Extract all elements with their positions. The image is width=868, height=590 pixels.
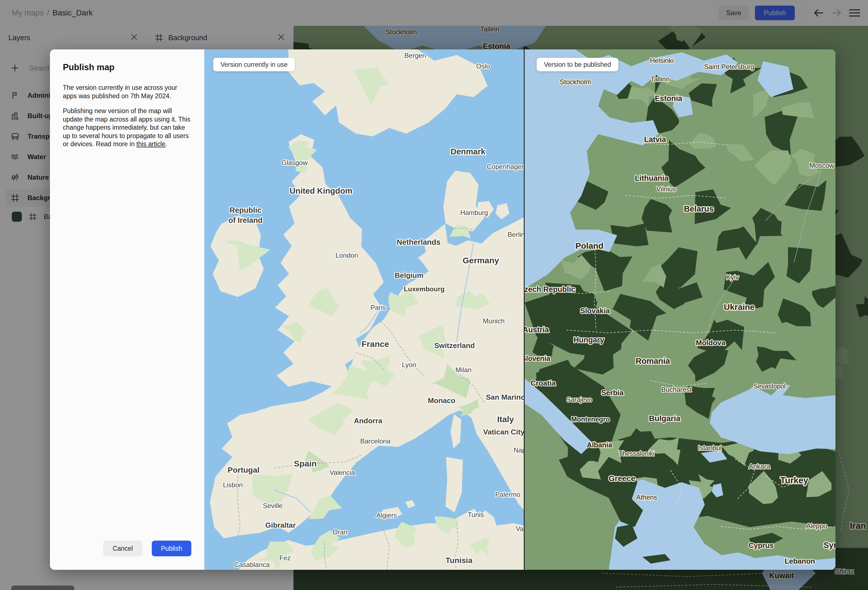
- svg-text:Moscow: Moscow: [809, 162, 834, 169]
- svg-text:Tallinn: Tallinn: [651, 75, 670, 83]
- svg-text:Oran: Oran: [332, 528, 347, 536]
- svg-text:Lyon: Lyon: [402, 361, 416, 368]
- svg-text:Tunis: Tunis: [468, 511, 484, 518]
- svg-text:Ukraine: Ukraine: [724, 302, 755, 312]
- svg-text:Hamburg: Hamburg: [461, 209, 488, 216]
- svg-text:Oslo: Oslo: [476, 62, 490, 70]
- svg-text:Bucharest: Bucharest: [661, 386, 692, 393]
- svg-text:Lisbon: Lisbon: [223, 481, 243, 489]
- dialog-title: Publish map: [63, 62, 191, 72]
- svg-text:Aleppo: Aleppo: [806, 522, 827, 529]
- this-article-link[interactable]: this article: [136, 140, 165, 148]
- dialog-paragraph-1: The version currently in use across your…: [63, 84, 192, 100]
- svg-text:Albania: Albania: [587, 441, 613, 449]
- svg-text:Austria: Austria: [525, 325, 549, 334]
- svg-text:Vilnius: Vilnius: [657, 185, 676, 193]
- svg-text:Poland: Poland: [576, 241, 604, 250]
- svg-text:Denmark: Denmark: [450, 147, 486, 156]
- svg-text:Latvia: Latvia: [644, 135, 666, 144]
- svg-text:San Marino: San Marino: [486, 393, 524, 401]
- publish-dialog-content: Publish map The version currently in use…: [50, 49, 204, 570]
- svg-text:Switzerland: Switzerland: [434, 341, 475, 350]
- svg-text:Valencia: Valencia: [330, 469, 355, 476]
- svg-text:Sevastopol: Sevastopol: [754, 383, 785, 390]
- svg-text:Istanbul: Istanbul: [698, 444, 722, 452]
- svg-text:Luxembourg: Luxembourg: [404, 285, 444, 293]
- svg-text:Thessaloniki: Thessaloniki: [619, 450, 654, 457]
- svg-text:Portugal: Portugal: [227, 466, 260, 475]
- svg-text:Bergen: Bergen: [404, 52, 426, 59]
- svg-text:Montenegro: Montenegro: [571, 416, 610, 423]
- svg-text:Germany: Germany: [463, 256, 499, 265]
- svg-text:Bulgaria: Bulgaria: [649, 414, 680, 423]
- svg-text:Palermo: Palermo: [495, 491, 520, 498]
- svg-text:Estonia: Estonia: [655, 94, 683, 103]
- svg-text:Berlin: Berlin: [508, 231, 524, 238]
- cancel-button[interactable]: Cancel: [103, 541, 142, 556]
- svg-text:Republic: Republic: [229, 206, 261, 214]
- svg-text:Turkey: Turkey: [780, 476, 808, 485]
- svg-text:Greece: Greece: [609, 474, 635, 483]
- svg-text:Czech Republic: Czech Republic: [525, 285, 576, 294]
- svg-text:Croatia: Croatia: [530, 379, 556, 387]
- svg-text:Slovakia: Slovakia: [580, 306, 610, 315]
- svg-text:Belarus: Belarus: [684, 204, 714, 213]
- svg-text:Valletta: Valletta: [516, 525, 524, 532]
- dialog-paragraph-2: Publishing new version of the map will u…: [63, 107, 192, 148]
- svg-text:Stockholm: Stockholm: [560, 78, 591, 86]
- svg-text:Glasgow: Glasgow: [281, 159, 308, 166]
- svg-text:Seville: Seville: [263, 502, 283, 509]
- svg-text:Serbia: Serbia: [601, 389, 624, 397]
- svg-text:Monaco: Monaco: [428, 396, 455, 405]
- svg-text:Fez: Fez: [279, 554, 291, 562]
- svg-text:United Kingdom: United Kingdom: [289, 186, 352, 195]
- svg-text:Belgium: Belgium: [395, 271, 424, 279]
- svg-text:Lithuania: Lithuania: [635, 174, 669, 182]
- svg-text:Milan: Milan: [455, 366, 471, 374]
- svg-text:France: France: [362, 339, 389, 349]
- svg-text:Netherlands: Netherlands: [397, 238, 440, 247]
- svg-text:Algiers: Algiers: [376, 512, 397, 519]
- svg-text:Athens: Athens: [636, 494, 657, 501]
- publish-confirm-button[interactable]: Publish: [152, 541, 191, 556]
- svg-text:Cyprus: Cyprus: [748, 541, 774, 550]
- svg-text:Munich: Munich: [483, 317, 505, 325]
- svg-text:Barcelona: Barcelona: [360, 437, 391, 445]
- svg-text:Syria: Syria: [824, 541, 836, 550]
- svg-text:Hungary: Hungary: [573, 336, 604, 344]
- svg-text:Lebanon: Lebanon: [785, 557, 815, 565]
- svg-text:Ankara: Ankara: [749, 463, 771, 470]
- svg-text:Spain: Spain: [294, 459, 317, 468]
- new-version-badge: Version to be published: [537, 58, 618, 71]
- svg-text:London: London: [335, 251, 358, 259]
- app-window: My maps / Basic_Dark Save Publish Layers: [0, 0, 868, 590]
- svg-text:Naples: Naples: [514, 446, 524, 454]
- svg-text:Vatican City: Vatican City: [483, 428, 524, 436]
- svg-text:Sarajevo: Sarajevo: [567, 396, 592, 403]
- map-preview-current: BergenOsloGlasgowUnited KingdomRepublico…: [204, 49, 524, 570]
- svg-text:Helsinki: Helsinki: [650, 57, 673, 64]
- svg-text:Saint Petersburg: Saint Petersburg: [704, 63, 754, 71]
- dialog-actions: Cancel Publish: [103, 541, 191, 556]
- current-version-badge: Version currently in use: [213, 58, 295, 71]
- dialog-paragraph-2-period: .: [165, 140, 167, 148]
- svg-text:Romania: Romania: [636, 356, 670, 365]
- dialog-paragraph-2-text: Publishing new version of the map will u…: [63, 107, 190, 148]
- map-preview-new: HelsinkiSaint PetersburgStockholmTallinn…: [525, 49, 836, 570]
- svg-text:Copenhagen: Copenhagen: [487, 163, 524, 170]
- publish-dialog: Publish map The version currently in use…: [50, 49, 836, 570]
- svg-text:Slovenia: Slovenia: [525, 355, 551, 362]
- svg-text:Andorra: Andorra: [354, 417, 382, 425]
- svg-text:Tunisia: Tunisia: [446, 556, 472, 565]
- svg-text:Casablanca: Casablanca: [234, 561, 270, 568]
- svg-text:Paris: Paris: [371, 304, 386, 311]
- svg-text:Gibraltar: Gibraltar: [266, 521, 296, 529]
- version-comparison: BergenOsloGlasgowUnited KingdomRepublico…: [204, 49, 836, 570]
- svg-text:Kyiv: Kyiv: [726, 274, 739, 281]
- svg-text:Moldova: Moldova: [696, 339, 725, 347]
- svg-text:Italy: Italy: [497, 415, 514, 424]
- svg-text:of Ireland: of Ireland: [228, 216, 263, 225]
